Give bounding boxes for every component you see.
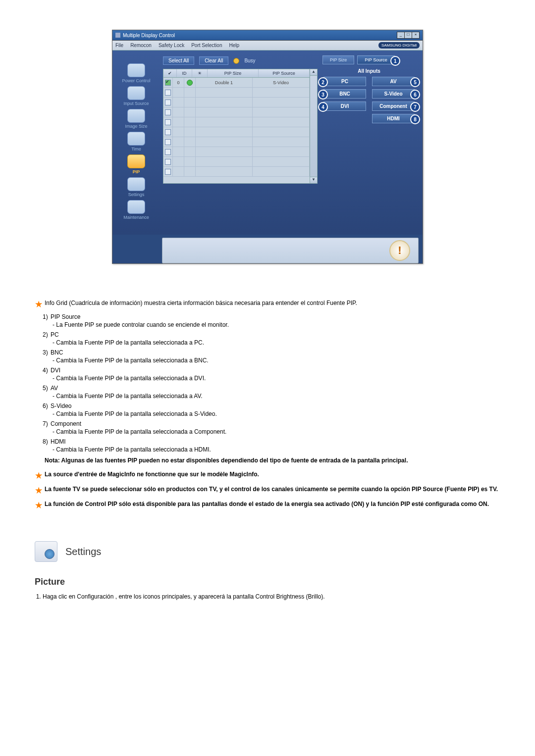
pc-button[interactable]: PC2 (323, 77, 366, 86)
grid-header: ✔ ID ☀ PIP Size PIP Source (163, 69, 310, 78)
sidebar-item-image-size[interactable]: Image Size (115, 109, 157, 129)
callout-6: 6 (410, 90, 420, 100)
sidebar-item-time[interactable]: Time (115, 132, 157, 151)
callout-4: 4 (318, 102, 328, 112)
table-row[interactable] (163, 107, 310, 117)
menu-file[interactable]: File (115, 43, 123, 48)
row-checkbox[interactable] (165, 149, 171, 155)
lead-text: Info Grid (Cuadrícula de información) mu… (45, 299, 357, 310)
minimize-button[interactable]: _ (397, 32, 405, 39)
row-checkbox[interactable] (165, 100, 171, 105)
table-row[interactable] (163, 147, 310, 157)
list-item: 2)PC- Cambia la Fuente PIP de la pantall… (43, 331, 500, 346)
all-inputs-title: All Inputs (321, 68, 418, 74)
av-button[interactable]: AV5 (372, 77, 415, 86)
grid-scrollbar[interactable]: ▲ ▼ (310, 69, 318, 184)
callout-7: 7 (410, 102, 420, 112)
document-body: ★ Info Grid (Cuadrícula de información) … (35, 299, 500, 600)
list-item: 5)AV- Cambia la Fuente PIP de la pantall… (43, 385, 500, 400)
menu-remocon[interactable]: Remocon (130, 43, 152, 48)
dvi-button[interactable]: DVI4 (323, 101, 366, 111)
numbered-list: 1)PIP Source- La Fuente PIP se puede con… (43, 313, 500, 453)
list-item: 8)HDMI- Cambia la Fuente PIP de la panta… (43, 438, 500, 453)
list-item: 6)S-Video- Cambia la Fuente PIP de la pa… (43, 403, 500, 417)
note-text: Nota: Algunas de las fuentes PIP pueden … (45, 456, 500, 465)
list-item: 3)BNC- Cambia la Fuente PIP de la pantal… (43, 349, 500, 364)
scroll-up-icon[interactable]: ▲ (310, 69, 317, 76)
busy-icon (233, 58, 239, 64)
scroll-down-icon[interactable]: ▼ (310, 177, 317, 183)
select-all-button[interactable]: Select All (163, 56, 194, 65)
tab-pip-source[interactable]: PIP Source 1 (357, 55, 394, 64)
row-checkbox[interactable] (165, 159, 171, 165)
picture-steps: Haga clic en Configuración , entre los i… (43, 593, 500, 600)
row-checkbox[interactable] (165, 139, 171, 145)
window-controls: _ □ × (397, 32, 420, 39)
col-pip-size: PIP Size (208, 69, 259, 77)
menu-safety-lock[interactable]: Safety Lock (159, 43, 184, 48)
bullet-star-icon: ★ (35, 485, 43, 497)
sidebar-item-pip[interactable]: PIP (115, 154, 157, 174)
sidebar-item-settings[interactable]: Settings (115, 177, 157, 197)
grid-toolbar: Select All Clear All Busy (163, 54, 318, 66)
sidebar-item-input-source[interactable]: Input Source (115, 86, 157, 106)
titlebar: Multiple Display Control _ □ × (112, 30, 423, 41)
col-pip-source: PIP Source (259, 69, 310, 77)
table-row[interactable] (163, 137, 310, 147)
maximize-button[interactable]: □ (404, 32, 412, 39)
row-checkbox[interactable] (165, 129, 171, 135)
close-button[interactable]: × (412, 32, 420, 39)
table-row[interactable] (163, 167, 310, 177)
row-pip-size: Double 1 (196, 78, 253, 87)
callout-1: 1 (390, 56, 400, 66)
hdmi-button[interactable]: HDMI8 (372, 114, 415, 123)
mdc-window: Multiple Display Control _ □ × File Remo… (112, 30, 423, 264)
menubar: File Remocon Safety Lock Port Selection … (112, 41, 423, 50)
star-notes: ★La source d'entrée de MagicInfo ne fonc… (35, 470, 500, 511)
row-id: 0 (173, 78, 184, 87)
table-row[interactable] (163, 98, 310, 107)
callout-3: 3 (318, 90, 328, 100)
sidebar-item-power-control[interactable]: Power Control (115, 63, 157, 83)
list-item: Haga clic en Configuración , entre los i… (43, 593, 500, 600)
picture-heading: Picture (35, 577, 500, 587)
status-icon (187, 80, 193, 86)
table-row[interactable] (163, 117, 310, 127)
menu-help[interactable]: Help (229, 43, 239, 48)
brand-badge: SAMSUNG DIGITall (378, 42, 420, 49)
row-checkbox[interactable] (165, 80, 171, 86)
footer-panel: ! (162, 238, 419, 263)
info-grid: ✔ ID ☀ PIP Size PIP Source 0 Double 1 S-… (163, 69, 310, 184)
list-item: 7)Component- Cambia la Fuente PIP de la … (43, 420, 500, 435)
callout-5: 5 (410, 77, 420, 87)
col-status: ☀ (192, 69, 208, 77)
app-icon (115, 33, 120, 38)
table-row[interactable] (163, 157, 310, 167)
list-item: 4)DVI- Cambia la Fuente PIP de la pantal… (43, 367, 500, 382)
svideo-button[interactable]: S-Video6 (372, 89, 415, 99)
row-checkbox[interactable] (165, 119, 171, 125)
row-checkbox[interactable] (165, 90, 171, 96)
table-row[interactable] (163, 88, 310, 98)
bullet-star-icon: ★ (35, 299, 43, 310)
menu-port-selection[interactable]: Port Selection (191, 43, 222, 48)
busy-label: Busy (244, 58, 255, 63)
list-item: 1)PIP Source- La Fuente PIP se puede con… (43, 313, 500, 328)
table-row[interactable]: 0 Double 1 S-Video (163, 78, 310, 88)
sidebar-item-maintenance[interactable]: Maintenance (115, 200, 157, 220)
component-button[interactable]: Component7 (372, 101, 415, 111)
callout-8: 8 (410, 114, 420, 124)
pip-source-panel: PIP Size PIP Source 1 All Inputs PC2 AV5… (321, 54, 418, 220)
sidebar: Power Control Input Source Image Size Ti… (112, 54, 160, 220)
settings-heading: Settings (35, 541, 500, 562)
table-row[interactable] (163, 127, 310, 137)
settings-section-icon (35, 541, 57, 562)
bullet-star-icon: ★ (35, 500, 43, 511)
row-pip-source: S-Video (253, 78, 310, 87)
tab-pip-size[interactable]: PIP Size (322, 55, 354, 64)
row-checkbox[interactable] (165, 169, 171, 175)
window-title: Multiple Display Control (123, 33, 175, 38)
clear-all-button[interactable]: Clear All (199, 56, 228, 65)
row-checkbox[interactable] (165, 109, 171, 115)
bnc-button[interactable]: BNC3 (323, 89, 366, 99)
